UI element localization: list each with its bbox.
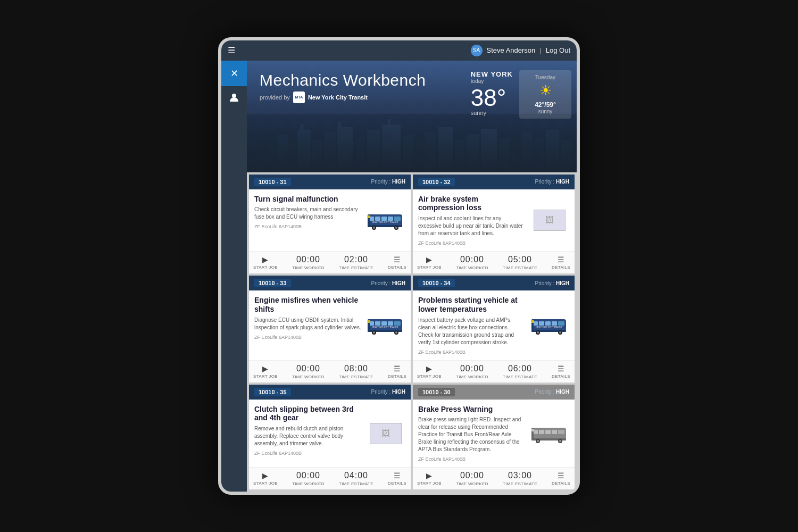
user-name: Steve Anderson: [487, 46, 536, 54]
time-estimate-display: 08:00 TIME ESTIMATE: [339, 364, 373, 379]
play-icon: ▶: [426, 364, 432, 373]
job-description: Brake press warning light RED. Inspect a…: [418, 416, 525, 453]
job-title: Clutch slipping between 3rd and 4th gear: [254, 405, 361, 423]
job-card-body: Brake Press Warning Brake press warning …: [413, 400, 575, 468]
job-card-body: Air brake system compression loss Inspec…: [413, 189, 575, 252]
details-icon: ☰: [394, 364, 401, 373]
start-job-button[interactable]: ▶ START JOB: [253, 471, 278, 486]
svg-point-78: [537, 440, 539, 442]
play-icon: ▶: [426, 471, 432, 480]
start-job-button[interactable]: ▶ START JOB: [417, 255, 442, 270]
weather-current: NEW YORK today 38° sunny: [471, 70, 513, 116]
job-image-area: NEW YORK CITY TRANSIT: [529, 296, 569, 355]
sidebar-item-profile[interactable]: [221, 86, 247, 112]
job-text-area: Air brake system compression loss Inspec…: [418, 195, 525, 246]
job-id-badge: 10010 - 31: [254, 178, 291, 186]
time-estimate-display: 04:00 TIME ESTIMATE: [339, 471, 373, 486]
logout-button[interactable]: Log Out: [546, 46, 570, 54]
details-button[interactable]: ☰ DETAILS: [388, 471, 406, 486]
time-worked-label: TIME WORKED: [456, 481, 488, 486]
start-job-label: START JOB: [253, 481, 278, 486]
svg-point-66: [559, 331, 561, 334]
time-estimate-value: 05:00: [508, 255, 532, 264]
svg-rect-46: [388, 321, 393, 326]
sidebar: ✕: [221, 61, 247, 492]
start-job-label: START JOB: [417, 481, 442, 486]
job-model: ZF EcoLife 6AP1400B: [418, 456, 525, 462]
weather-forecast: Tuesday ☀ 42°/59° sunny: [519, 70, 571, 119]
details-button[interactable]: ☰ DETAILS: [552, 471, 570, 486]
time-estimate-label: TIME ESTIMATE: [339, 265, 373, 270]
time-worked-label: TIME WORKED: [292, 375, 325, 379]
time-worked-display: 00:00 TIME WORKED: [456, 364, 488, 379]
job-text-area: Brake Press Warning Brake press warning …: [418, 405, 525, 462]
close-icon: ✕: [230, 68, 238, 79]
start-job-button[interactable]: ▶ START JOB: [417, 471, 442, 486]
job-model: ZF EcoLife 6AP1400B: [254, 335, 361, 340]
job-id-badge: 10010 - 34: [418, 279, 455, 287]
job-image-area: 🖼: [529, 195, 569, 246]
svg-rect-31: [381, 217, 387, 221]
start-job-button[interactable]: ▶ START JOB: [253, 364, 278, 379]
start-job-label: START JOB: [417, 374, 442, 379]
weather-temp: 38°: [471, 86, 513, 110]
details-button[interactable]: ☰ DETAILS: [388, 364, 406, 379]
time-worked-value: 00:00: [460, 471, 484, 480]
job-card-header: 10010 - 32 Priority : HIGH: [413, 174, 575, 189]
hero-banner: Mechanics Workbench provided by MTA New …: [247, 61, 577, 172]
details-button[interactable]: ☰ DETAILS: [552, 255, 570, 270]
svg-point-36: [373, 227, 375, 229]
start-job-label: START JOB: [417, 265, 442, 270]
time-worked-label: TIME WORKED: [456, 375, 488, 379]
image-placeholder-icon: 🖼: [545, 215, 554, 225]
image-placeholder: 🖼: [370, 423, 402, 444]
tablet-frame: ☰ SA Steve Anderson | Log Out ✕: [218, 37, 580, 495]
details-label: DETAILS: [552, 265, 570, 270]
divider: |: [539, 46, 541, 54]
job-priority: Priority : HIGH: [371, 389, 405, 395]
sidebar-item-close[interactable]: ✕: [221, 61, 247, 86]
time-worked-label: TIME WORKED: [292, 265, 325, 270]
job-text-area: Turn signal malfunction Check circuit br…: [254, 195, 361, 246]
job-description: Check circuit breakers, main and seconda…: [254, 206, 361, 221]
svg-text:NEW YORK CITY TRANSIT: NEW YORK CITY TRANSIT: [536, 326, 563, 328]
time-estimate-label: TIME ESTIMATE: [503, 481, 537, 486]
transit-name: New York City Transit: [308, 94, 368, 101]
forecast-range: 42°/59°: [526, 101, 565, 109]
time-estimate-value: 02:00: [344, 255, 368, 264]
start-job-button[interactable]: ▶ START JOB: [253, 255, 278, 270]
time-estimate-display: 03:00 TIME ESTIMATE: [503, 471, 537, 486]
main-layout: ✕: [221, 61, 577, 492]
time-estimate-value: 04:00: [344, 471, 368, 480]
job-card-footer: ▶ START JOB 00:00 TIME WORKED 05:00 TIME…: [413, 251, 575, 273]
job-model: ZF EcoLife 6AP1400B: [418, 240, 525, 246]
job-card-footer: ▶ START JOB 00:00 TIME WORKED 03:00 TIME…: [413, 467, 575, 489]
svg-rect-60: [552, 321, 557, 326]
job-card-header: 10010 - 33 Priority : HIGH: [249, 276, 411, 290]
svg-rect-61: [558, 321, 564, 326]
svg-point-38: [395, 227, 397, 229]
details-button[interactable]: ☰ DETAILS: [552, 364, 570, 379]
play-icon: ▶: [262, 471, 268, 480]
job-image-area: NEW YORK CITY TRANSIT: [365, 296, 405, 355]
svg-point-64: [537, 331, 539, 334]
weather-today: today: [471, 78, 513, 84]
job-description: Inspect oil and coolant lines for any ex…: [418, 215, 525, 237]
job-card-header: 10010 - 31 Priority : HIGH: [249, 174, 411, 189]
time-estimate-value: 03:00: [508, 471, 532, 480]
hamburger-icon[interactable]: ☰: [228, 45, 235, 55]
time-worked-display: 00:00 TIME WORKED: [292, 364, 325, 379]
svg-rect-75: [558, 430, 564, 434]
job-text-area: Engine misfires when vehicle shifts Diag…: [254, 296, 361, 355]
job-image-area: [529, 405, 569, 462]
svg-point-0: [232, 94, 236, 98]
details-button[interactable]: ☰ DETAILS: [388, 255, 406, 270]
hero-title: Mechanics Workbench: [260, 71, 426, 89]
hero-provided-by: provided by MTA New York City Transit: [260, 92, 426, 103]
svg-rect-59: [545, 321, 551, 326]
svg-rect-44: [375, 321, 380, 326]
job-card: 10010 - 31 Priority : HIGH Turn signal m…: [249, 174, 411, 274]
start-job-button[interactable]: ▶ START JOB: [417, 364, 442, 379]
image-placeholder-icon: 🖼: [381, 429, 390, 438]
time-estimate-value: 06:00: [508, 364, 532, 373]
